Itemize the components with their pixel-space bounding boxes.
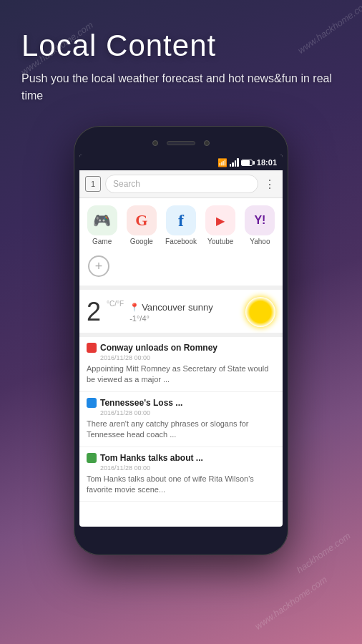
status-time: 18:01 bbox=[257, 158, 277, 167]
news-item-1[interactable]: Conway unloads on Romney 2016/11/28 00:0… bbox=[79, 337, 283, 392]
news-body-1: Appointing Mitt Romney as Secretary of S… bbox=[87, 364, 275, 386]
quick-item-facebook[interactable]: f Facebook bbox=[164, 205, 197, 245]
news-icon-2 bbox=[87, 398, 97, 408]
news-body-3: Tom Hanks talks about one of wife Rita W… bbox=[87, 474, 275, 496]
location-pin-icon: 📍 bbox=[129, 303, 140, 312]
phone-camera bbox=[152, 140, 158, 146]
weather-location: Vancouver sunny bbox=[142, 302, 213, 313]
news-title-3: Tom Hanks talks about ... bbox=[100, 453, 203, 463]
quick-item-game[interactable]: 🎮 Game bbox=[85, 205, 119, 245]
news-date-1: 2016/11/28 00:00 bbox=[100, 354, 275, 361]
yahoo-icon: Y! bbox=[254, 214, 265, 227]
weather-detail: 📍 Vancouver sunny -1°/4° bbox=[129, 302, 240, 323]
news-date-2: 2016/11/28 00:00 bbox=[100, 409, 275, 416]
news-item-2[interactable]: Tennessee's Loss ... 2016/11/28 00:00 Th… bbox=[79, 392, 283, 447]
weather-section: 2 °C/°F 📍 Vancouver sunny -1°/4° bbox=[79, 286, 283, 333]
status-icons: 📶 18:01 bbox=[217, 158, 277, 167]
signal-bars bbox=[230, 158, 239, 167]
phone-body: 📶 18:01 1 bbox=[74, 126, 288, 555]
youtube-icon-bg: ▶ bbox=[205, 205, 235, 235]
signal-bar-4 bbox=[237, 158, 239, 167]
quick-access-row: 🎮 Game G Google f bbox=[85, 205, 277, 245]
menu-dots-icon[interactable]: ⋮ bbox=[263, 177, 277, 191]
phone-camera-right bbox=[204, 140, 210, 146]
quick-item-yahoo[interactable]: Y! Yahoo bbox=[243, 205, 277, 245]
google-icon: G bbox=[135, 211, 147, 230]
wifi-icon: 📶 bbox=[217, 158, 228, 167]
signal-bar-2 bbox=[232, 162, 234, 167]
phone-screen: 📶 18:01 1 bbox=[79, 155, 283, 527]
news-icon-1 bbox=[87, 343, 97, 353]
news-title-1: Conway unloads on Romney bbox=[100, 343, 217, 353]
search-bar[interactable]: Search bbox=[105, 175, 258, 193]
facebook-icon-bg: f bbox=[166, 205, 196, 235]
battery-fill bbox=[242, 160, 250, 165]
news-icon-3 bbox=[87, 453, 97, 463]
google-icon-bg: G bbox=[127, 205, 157, 235]
game-icon-bg: 🎮 bbox=[87, 205, 117, 235]
add-row: + bbox=[85, 251, 277, 277]
news-date-3: 2016/11/28 00:00 bbox=[100, 464, 275, 472]
facebook-icon: f bbox=[178, 211, 184, 230]
browser-bar[interactable]: 1 Search ⋮ bbox=[79, 170, 283, 198]
add-icon: + bbox=[95, 259, 103, 274]
quick-item-google[interactable]: G Google bbox=[124, 205, 158, 245]
phone-top-bar bbox=[79, 132, 283, 155]
weather-temp-main: 2 bbox=[87, 299, 101, 325]
game-label: Game bbox=[92, 238, 112, 245]
news-section: Conway unloads on Romney 2016/11/28 00:0… bbox=[79, 333, 283, 502]
search-placeholder: Search bbox=[113, 179, 140, 189]
news-header-2: Tennessee's Loss ... bbox=[87, 398, 275, 408]
game-icon: 🎮 bbox=[93, 212, 111, 229]
yahoo-icon-bg: Y! bbox=[245, 205, 275, 235]
quick-access-section: 🎮 Game G Google f bbox=[79, 198, 283, 286]
header-area: Local Content Push you the local weather… bbox=[0, 0, 362, 119]
news-header-1: Conway unloads on Romney bbox=[87, 343, 275, 353]
yahoo-label: Yahoo bbox=[250, 238, 270, 245]
signal-bar-3 bbox=[235, 160, 237, 167]
news-body-2: There aren't any catchy phrases or sloga… bbox=[87, 419, 275, 441]
facebook-label: Facebook bbox=[165, 238, 197, 245]
add-shortcut-button[interactable]: + bbox=[88, 255, 109, 277]
temp-unit: °C/°F bbox=[107, 300, 124, 308]
youtube-icon: ▶ bbox=[216, 214, 225, 228]
sun-icon bbox=[245, 297, 275, 327]
signal-bar-1 bbox=[230, 164, 232, 167]
status-bar: 📶 18:01 bbox=[79, 155, 283, 170]
battery-icon bbox=[241, 160, 253, 166]
tab-indicator[interactable]: 1 bbox=[85, 176, 101, 192]
weather-temp-range: -1°/4° bbox=[129, 314, 240, 323]
page-subtitle: Push you the local weather forecast and … bbox=[21, 70, 341, 104]
page-title: Local Content bbox=[21, 29, 341, 63]
phone-mockup: 📶 18:01 1 bbox=[74, 126, 288, 644]
news-item-3[interactable]: Tom Hanks talks about ... 2016/11/28 00:… bbox=[79, 447, 283, 502]
news-title-2: Tennessee's Loss ... bbox=[100, 398, 182, 408]
phone-speaker bbox=[167, 141, 195, 145]
google-label: Google bbox=[130, 238, 153, 245]
youtube-label: Youtube bbox=[207, 238, 233, 245]
quick-item-youtube[interactable]: ▶ Youtube bbox=[204, 205, 238, 245]
news-header-3: Tom Hanks talks about ... bbox=[87, 453, 275, 463]
